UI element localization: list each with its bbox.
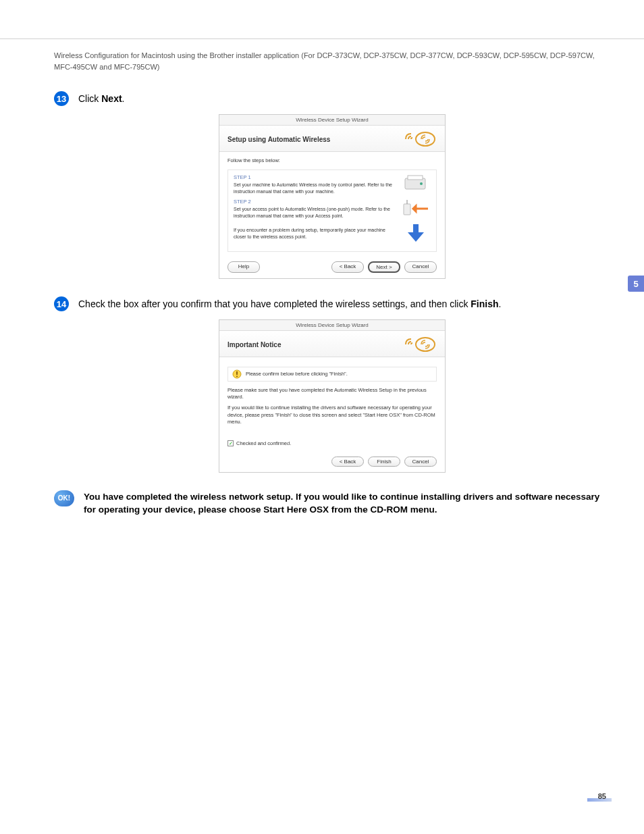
svg-point-6 xyxy=(416,338,435,351)
wifi-logo-icon xyxy=(403,131,437,147)
wizard2-noticebar: Please confirm below before clicking "Fi… xyxy=(246,371,348,377)
arrow-down-icon xyxy=(401,223,431,243)
step-number-badge: 14 xyxy=(54,296,69,311)
page-number: 85 xyxy=(598,792,606,800)
step-13-text: Click Next. xyxy=(78,91,124,106)
wizard-setup-auto-wireless: Wireless Device Setup Wizard Setup using… xyxy=(219,114,446,279)
completion-note: OK! You have completed the wireless netw… xyxy=(54,490,610,517)
wizard1-titlebar: Wireless Device Setup Wizard xyxy=(219,115,445,126)
cancel-button[interactable]: Cancel xyxy=(404,261,437,273)
step-14-text: Check the box after you confirm that you… xyxy=(78,296,501,311)
wifi-logo-icon xyxy=(403,336,437,353)
confirm-checkbox[interactable]: ✓ xyxy=(227,440,234,446)
finish-button[interactable]: Finish xyxy=(368,457,400,467)
svg-point-0 xyxy=(416,132,435,146)
step-14-suffix: . xyxy=(499,298,502,309)
warning-icon xyxy=(232,369,242,379)
printer-icon xyxy=(401,174,431,194)
wizard1-head: Setup using Automatic Wireless xyxy=(219,126,445,152)
wizard1-heading: Setup using Automatic Wireless xyxy=(227,136,330,143)
wizard1-step1-text: Set your machine to Automatic Wireless m… xyxy=(234,182,397,194)
step-14-prefix: Check the box after you confirm that you… xyxy=(78,298,471,309)
svg-rect-4 xyxy=(404,204,410,215)
wizard1-step1-label: STEP 1 xyxy=(234,174,397,181)
wizard2-head: Important Notice xyxy=(219,331,445,357)
next-button[interactable]: Next > xyxy=(368,261,400,273)
wizard1-intro: Follow the steps below: xyxy=(227,157,437,164)
svg-rect-9 xyxy=(236,376,238,377)
wizard2-titlebar: Wireless Device Setup Wizard xyxy=(219,320,445,331)
help-button[interactable]: Help xyxy=(227,261,260,273)
step-number-badge: 13 xyxy=(54,91,69,106)
ok-badge-icon: OK! xyxy=(54,490,74,506)
back-button[interactable]: < Back xyxy=(331,457,364,467)
svg-rect-8 xyxy=(236,371,238,375)
wizard1-step2-label: STEP 2 xyxy=(234,199,397,205)
back-button[interactable]: < Back xyxy=(331,261,364,273)
cancel-button[interactable]: Cancel xyxy=(404,457,437,467)
access-point-icon xyxy=(401,199,431,219)
wizard1-step2-text: Set your access point to Automatic Wirel… xyxy=(234,206,397,219)
step-14-bold: Finish xyxy=(471,298,498,309)
step-14: 14 Check the box after you confirm that … xyxy=(54,296,610,311)
step-13-prefix: Click xyxy=(78,93,101,104)
step-13: 13 Click Next. xyxy=(54,91,610,106)
step-13-suffix: . xyxy=(122,93,125,104)
wizard-important-notice: Wireless Device Setup Wizard Important N… xyxy=(219,319,446,473)
svg-point-3 xyxy=(420,182,423,185)
wizard2-p1: Please make sure that you have completed… xyxy=(227,387,437,400)
confirm-label: Checked and confirmed. xyxy=(236,440,291,447)
completion-text: You have completed the wireless network … xyxy=(84,490,610,517)
chapter-tab: 5 xyxy=(628,276,644,292)
step-13-bold: Next xyxy=(101,93,122,104)
wizard2-p2: If you would like to continue installing… xyxy=(227,405,437,425)
page-header: Wireless Configuration for Macintosh usi… xyxy=(54,50,610,72)
top-band xyxy=(0,0,644,39)
wizard1-note: If you encounter a problem during setup,… xyxy=(234,227,397,243)
svg-rect-2 xyxy=(408,176,423,180)
wizard2-heading: Important Notice xyxy=(227,341,281,348)
